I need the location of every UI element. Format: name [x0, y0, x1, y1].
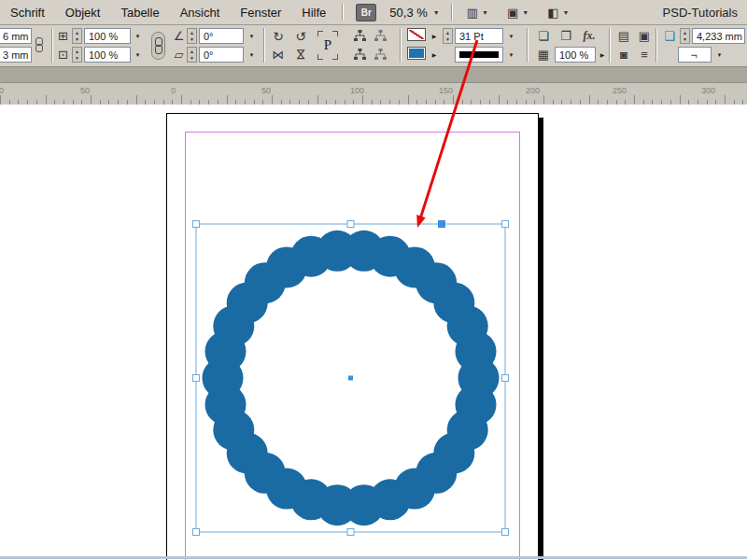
transparency-icon[interactable]: ▦	[534, 47, 553, 63]
screen-mode-icon: ▣	[507, 6, 518, 20]
toolbar-separator	[263, 28, 264, 63]
wrap-jump-object-icon[interactable]: ≡	[635, 47, 654, 63]
rotation-dropdown-button[interactable]	[246, 28, 258, 44]
flip-vertical-icon[interactable]: ⋈	[293, 46, 309, 64]
scale-y-icon: ⊡	[56, 47, 70, 63]
scale-x-stepper[interactable]	[72, 28, 82, 44]
menu-bar: Schrift Objekt Tabelle Ansicht Fenster H…	[0, 0, 747, 25]
chevron-down-icon: ▼	[522, 9, 529, 16]
opacity-flyout-button[interactable]	[598, 47, 607, 63]
corner-radius-stepper[interactable]	[680, 28, 690, 44]
stroke-weight-field[interactable]: 31 Pt	[455, 28, 503, 44]
effects-button[interactable]: fx.	[579, 28, 599, 44]
constrain-scale-icon[interactable]	[151, 32, 165, 60]
rotation-angle-icon: ∠	[172, 28, 186, 44]
chevron-down-icon: ▼	[563, 9, 570, 16]
scale-x-dropdown-button[interactable]	[132, 28, 144, 44]
scale-x-field[interactable]: 100 %	[84, 28, 131, 44]
view-options-icon: ▥	[467, 6, 478, 20]
chevron-down-icon: ▼	[433, 9, 440, 16]
wrap-none-icon[interactable]: ▤	[614, 28, 633, 44]
menu-objekt[interactable]: Objekt	[55, 6, 111, 20]
toolbar-separator	[400, 28, 401, 63]
reference-point-proxy[interactable]: P	[317, 31, 338, 60]
wrap-object-shape-icon[interactable]: ◙	[614, 47, 633, 63]
zoom-level-value: 50,3 %	[389, 6, 427, 20]
shear-angle-icon: ▱	[172, 47, 186, 63]
pasteboard	[0, 105, 747, 560]
ruler-label: 300	[701, 86, 715, 95]
toolbar-separator	[527, 28, 528, 63]
menu-fenster[interactable]: Fenster	[230, 6, 291, 20]
ruler-label: 50	[261, 86, 271, 95]
menu-separator	[451, 4, 452, 21]
margin-guides	[185, 132, 520, 560]
toolbar-separator	[51, 28, 52, 63]
arrange-documents-icon: ◧	[547, 6, 558, 20]
menu-hilfe[interactable]: Hilfe	[291, 6, 336, 20]
corner-style-icon: ⌐	[691, 49, 698, 62]
menu-tabelle[interactable]: Tabelle	[110, 6, 169, 20]
ruler-label: 50	[80, 86, 90, 95]
menu-separator	[342, 4, 343, 21]
ruler-label: 250	[613, 86, 627, 95]
scale-x-icon: ⊞	[56, 28, 70, 44]
frame-fitting-icon[interactable]: ❑	[661, 28, 678, 44]
constrain-dimensions-icon[interactable]	[35, 37, 44, 53]
stroke-swatch-none[interactable]	[407, 28, 426, 41]
ruler-label: 200	[526, 86, 540, 95]
fill-swatch-flyout-button[interactable]	[430, 47, 439, 63]
ruler-label: 100	[350, 86, 364, 95]
rotate-ccw-icon[interactable]: ↺	[291, 28, 310, 44]
arrange-documents-button[interactable]: ◧ ▼	[538, 6, 578, 20]
control-panel: 6 mm 3 mm ⊞ 100 % ⊡ 100 % ∠ 0° ▱ 0° ↻ ↺ …	[0, 25, 747, 67]
stroke-type-dropdown[interactable]	[455, 47, 503, 63]
horizontal-ruler: 10050050100150200250300	[0, 83, 747, 105]
corner-style-dropdown[interactable]: ⌐	[678, 47, 712, 63]
scale-y-field[interactable]: 100 %	[84, 47, 131, 63]
application-frame-band	[0, 67, 747, 83]
stroke-swatch-flyout-button[interactable]	[430, 28, 439, 44]
zoom-level-dropdown[interactable]: 50,3 % ▼	[384, 6, 444, 20]
bridge-button[interactable]: Br	[356, 4, 376, 21]
indesign-window: { "window": { "brand": "PSD-Tutorials" }…	[0, 0, 747, 560]
workspace-label: PSD-Tutorials	[663, 6, 747, 20]
select-container-icon[interactable]	[351, 28, 368, 44]
chevron-down-icon: ▼	[482, 9, 488, 16]
menu-schrift[interactable]: Schrift	[0, 6, 55, 20]
stroke-weight-stepper[interactable]	[443, 28, 453, 44]
corner-options-icon[interactable]: ❏	[534, 28, 553, 44]
width-field[interactable]: 6 mm	[0, 28, 32, 44]
shear-stepper[interactable]	[187, 47, 197, 63]
scale-y-dropdown-button[interactable]	[132, 47, 144, 63]
wrap-bounding-box-icon[interactable]: ▣	[635, 28, 654, 44]
corner-style-dropdown-button[interactable]	[713, 47, 726, 63]
ruler-label: 100	[0, 86, 4, 95]
stroke-type-dropdown-button[interactable]	[505, 47, 517, 63]
opacity-field[interactable]: 100 %	[555, 47, 596, 63]
select-content-icon[interactable]	[372, 28, 388, 44]
shear-field[interactable]: 0°	[199, 47, 244, 63]
height-field[interactable]: 3 mm	[0, 47, 32, 63]
corner-radius-field[interactable]: 4,233 mm	[692, 28, 745, 44]
screen-mode-button[interactable]: ▣ ▼	[498, 6, 538, 20]
drop-shadow-icon[interactable]: ❐	[557, 28, 575, 44]
stroke-weight-dropdown-button[interactable]	[505, 28, 517, 44]
menu-ansicht[interactable]: Ansicht	[170, 6, 231, 20]
ruler-label: 0	[171, 86, 176, 95]
select-next-object-icon[interactable]	[372, 47, 388, 63]
select-previous-object-icon[interactable]	[351, 47, 368, 63]
toolbar-separator	[609, 28, 610, 63]
view-options-button[interactable]: ▥ ▼	[458, 6, 498, 20]
bottom-window-edge	[0, 556, 747, 559]
flip-horizontal-icon[interactable]: ⋈	[269, 47, 288, 63]
rotation-field[interactable]: 0°	[199, 28, 244, 44]
solid-stroke-preview	[459, 51, 499, 58]
rotate-cw-icon[interactable]: ↻	[269, 28, 288, 44]
scale-y-stepper[interactable]	[72, 47, 82, 63]
rotation-stepper[interactable]	[187, 28, 197, 44]
toolbar-separator	[655, 28, 656, 63]
ruler-label: 150	[439, 86, 453, 95]
fill-swatch-blue[interactable]	[407, 47, 426, 60]
shear-dropdown-button[interactable]	[246, 47, 258, 63]
